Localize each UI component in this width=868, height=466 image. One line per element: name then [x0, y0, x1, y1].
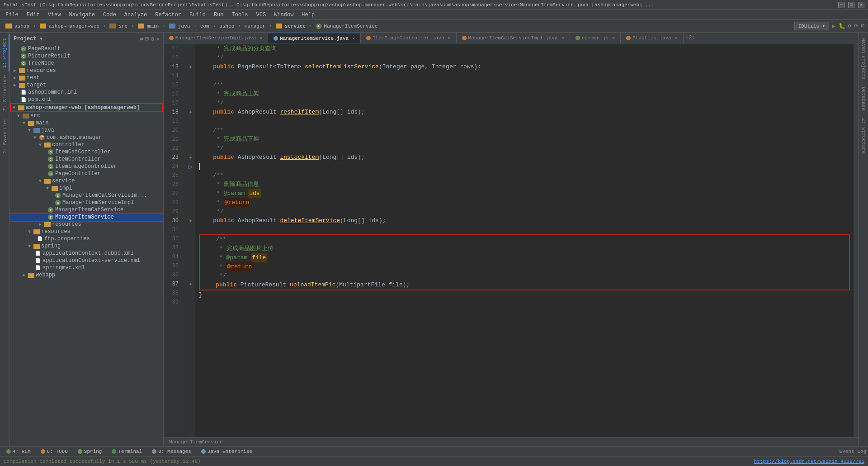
run-tab[interactable]: 4: Run: [2, 448, 35, 455]
close-tab-icon[interactable]: ✕: [675, 35, 678, 41]
tree-item-treenode[interactable]: C TreeNode: [10, 60, 163, 67]
menu-build[interactable]: Build: [186, 11, 209, 19]
close-tab-icon[interactable]: ✕: [352, 36, 355, 41]
breadcrumb-main[interactable]: main: [136, 23, 160, 30]
minimize-button[interactable]: —: [838, 2, 844, 8]
database-tab[interactable]: Database: [859, 83, 868, 114]
tree-item-manageritemcatserviceimpl[interactable]: C ManagerItemCatServiceIm...: [10, 192, 163, 199]
sync-icon[interactable]: ⇄: [140, 35, 144, 43]
menu-navigate[interactable]: Navigate: [65, 11, 99, 19]
tree-item-ashop-manager-web[interactable]: ▼ ashop-manager-web [ashopmanagerweb]: [10, 103, 163, 112]
tab-manageritemserviceimpl[interactable]: ManagerItemServiceImpl.java ✕: [164, 33, 268, 43]
tree-item-pictureresult[interactable]: C PictureResult: [10, 52, 163, 60]
tree-item-impl[interactable]: ▼ impl: [10, 185, 163, 192]
breadcrumb-service[interactable]: service: [274, 23, 307, 30]
spring-tab[interactable]: Spring: [73, 448, 107, 455]
project-tab[interactable]: 1: Project: [0, 34, 9, 71]
tab-manageritemcatserviceimpl[interactable]: ManagerItemCatServiceImpl.java ✕: [457, 33, 570, 43]
breadcrumb-java[interactable]: java: [167, 23, 192, 30]
tree-item-itemimagecontroller[interactable]: C ItemImageController: [10, 163, 163, 170]
update-button[interactable]: ⟳: [854, 23, 859, 29]
close-tab-icon[interactable]: ✕: [612, 35, 615, 41]
tree-item-main[interactable]: ▼ main: [10, 119, 163, 127]
tab-commonjs[interactable]: common.js ✕: [570, 33, 621, 43]
structure-tab[interactable]: Z: Structure: [1, 71, 9, 114]
tree-item-manageritemserviceimpl[interactable]: C ManagerItemServiceImpl: [10, 199, 163, 206]
terminal-tab[interactable]: Terminal: [107, 448, 146, 455]
menu-tools[interactable]: Tools: [228, 11, 252, 19]
tree-item-appctx-service[interactable]: 📄 applicationContext-service.xml: [10, 257, 163, 264]
menu-help[interactable]: Help: [298, 11, 318, 19]
menu-run[interactable]: Run: [210, 11, 227, 19]
settings-icon[interactable]: ⚙: [151, 35, 154, 43]
more-tabs-indicator[interactable]: -2↕: [684, 33, 697, 43]
tree-item-webapp[interactable]: ▶ webapp: [10, 271, 163, 279]
breadcrumb-com[interactable]: com: [198, 23, 211, 30]
scrollbar-vertical[interactable]: [854, 44, 858, 437]
tab-ftputils[interactable]: FtpUtils.java ✕: [621, 33, 684, 43]
gutter-23[interactable]: ●: [186, 153, 195, 162]
maven-projects-tab[interactable]: Maven Projects: [859, 34, 868, 83]
layout-button[interactable]: ⊞: [861, 23, 864, 29]
breadcrumb-ashop2[interactable]: ashop: [217, 23, 236, 30]
window-controls[interactable]: — □ ✕: [838, 2, 864, 8]
expand-icon[interactable]: ⊡: [146, 35, 149, 43]
tab-itemimagecontroller[interactable]: ItemImageController.java ✕: [361, 33, 456, 43]
menu-code[interactable]: Code: [99, 11, 120, 19]
menu-analyze[interactable]: Analyze: [121, 11, 151, 19]
status-link[interactable]: https://blog.csdn.net/weixin_41367761: [754, 459, 864, 464]
gutter-37[interactable]: ●: [186, 280, 195, 289]
breadcrumb-ashop[interactable]: ashop: [4, 23, 31, 30]
tree-item-resources2[interactable]: ▼ resources: [10, 228, 163, 235]
tree-item-resources1[interactable]: ▶ resources: [10, 67, 163, 74]
tree-item-target[interactable]: ▶ target: [10, 81, 163, 89]
tree-item-resources-main[interactable]: ▶ resources: [10, 221, 163, 228]
menu-vcs[interactable]: VCS: [253, 11, 270, 19]
menu-edit[interactable]: Edit: [23, 11, 43, 19]
tree-item-manageritemservice[interactable]: I ManagerItemService: [10, 214, 163, 221]
close-tab-icon[interactable]: ✕: [448, 35, 451, 41]
breadcrumb-manageritemservice[interactable]: IManagerItemService: [314, 23, 380, 30]
close-sidebar-icon[interactable]: ✕: [156, 35, 160, 43]
tree-item-ashopcommon-iml[interactable]: 📄 ashopcommon.iml: [10, 89, 163, 96]
idutils-button[interactable]: IDUtils ▾: [794, 22, 829, 30]
z-structure-tab[interactable]: Z: Structure: [859, 114, 868, 157]
messages-tab[interactable]: 0: Messages: [147, 448, 196, 455]
close-tab-icon[interactable]: ✕: [259, 35, 262, 41]
tab-manageritemservice[interactable]: ManagerItemService.java ✕: [268, 33, 361, 43]
tree-item-itemcontroller[interactable]: C ItemController: [10, 156, 163, 163]
tree-item-controller[interactable]: ▼ controller: [10, 141, 163, 148]
tree-item-pageresult[interactable]: C PageResult: [10, 45, 163, 52]
close-tab-icon[interactable]: ✕: [561, 35, 564, 41]
more-run-button[interactable]: ⚙: [848, 23, 851, 29]
event-log-button[interactable]: Event Log: [840, 449, 866, 454]
menu-window[interactable]: Window: [270, 11, 297, 19]
gutter-18[interactable]: ●: [186, 108, 195, 117]
breadcrumb-ashop-manager-web[interactable]: ashop-manager-web: [38, 23, 101, 30]
maximize-button[interactable]: □: [848, 2, 854, 8]
tree-item-pom-xml[interactable]: 📄 pom.xml: [10, 96, 163, 103]
menu-view[interactable]: View: [44, 11, 65, 19]
tree-item-itemcatcontroller[interactable]: C ItemCatController: [10, 148, 163, 156]
todo-tab[interactable]: 6: TODO: [36, 448, 72, 455]
gutter-30[interactable]: ●: [186, 216, 195, 225]
java-ee-tab[interactable]: Java Enterprise: [197, 448, 257, 455]
breadcrumb-manager[interactable]: manager: [243, 23, 267, 30]
debug-button[interactable]: 🐛: [839, 23, 845, 29]
tree-item-test[interactable]: ▶ test: [10, 74, 163, 81]
tree-item-ftp-properties[interactable]: 📄 ftp.properties: [10, 235, 163, 243]
tree-item-springmvc[interactable]: 📄 springmvc.xml: [10, 264, 163, 271]
close-button[interactable]: ✕: [858, 2, 864, 8]
gutter-13[interactable]: ●: [186, 62, 195, 71]
tree-item-src[interactable]: ▼ src: [10, 112, 163, 119]
tree-item-spring[interactable]: ▼ spring: [10, 243, 163, 250]
tree-item-manageritemcatservice[interactable]: I ManagerItemCatService: [10, 206, 163, 214]
code-content[interactable]: * 完成商品的分页查询 */ public PageResult<TbItem>…: [195, 44, 854, 437]
favorites-tab[interactable]: 2: Favorites: [1, 114, 9, 157]
tree-item-pagecontroller[interactable]: C PageController: [10, 170, 163, 177]
tree-item-appctx-dubbo[interactable]: 📄 applicationContext-dubbo.xml: [10, 250, 163, 257]
menu-file[interactable]: File: [2, 11, 22, 19]
tree-item-service[interactable]: ▼ service: [10, 177, 163, 185]
menu-refactor[interactable]: Refactor: [151, 11, 185, 19]
breadcrumb-src[interactable]: src: [108, 23, 129, 30]
